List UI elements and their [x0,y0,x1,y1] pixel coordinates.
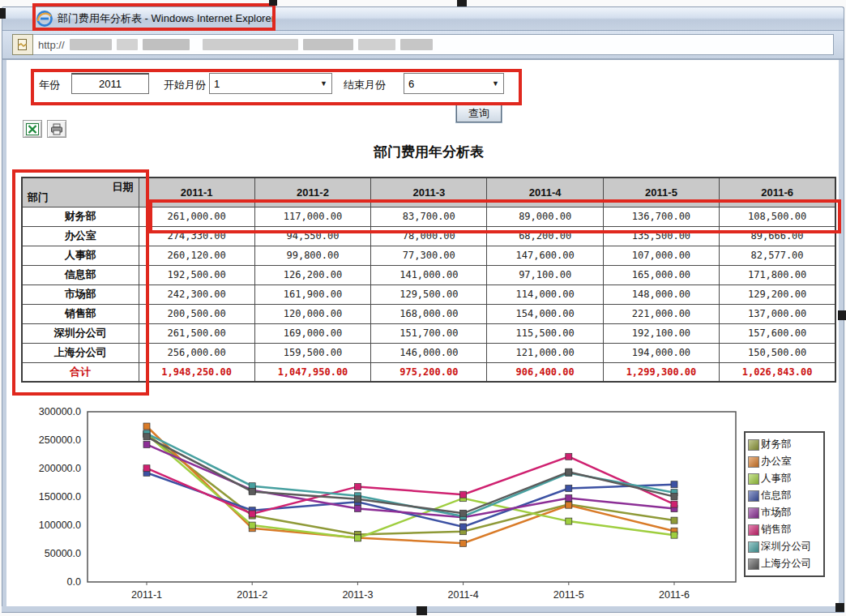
value-cell: 150,500.00 [720,343,835,362]
column-header: 2011-5 [603,178,719,207]
end-month-value: 6 [408,78,414,90]
chevron-down-icon: ▼ [492,79,499,88]
value-cell: 192,100.00 [603,323,719,343]
value-cell: 107,000.00 [603,246,719,265]
row-label: 办公室 [22,226,139,246]
value-cell: 97,100.00 [487,265,603,284]
legend-label: 人事部 [761,472,792,486]
value-cell: 82,577.00 [720,246,835,265]
value-cell: 192,500.00 [139,265,254,284]
legend-swatch-icon [748,524,759,536]
legend-item: 人事部 [748,470,821,487]
value-cell: 260,120.00 [139,246,254,265]
scan-artifact [269,0,277,6]
value-cell: 151,700.00 [371,323,487,343]
redacted-url-block [117,39,138,50]
value-cell: 1,948,250.00 [139,362,254,382]
redacted-url-block [358,39,395,50]
value-cell: 261,000.00 [139,207,254,226]
svg-text:0.0: 0.0 [67,576,81,588]
column-header: 2011-2 [254,178,370,207]
page-icon [12,34,33,55]
row-label: 深圳分公司 [22,323,139,343]
start-month-select[interactable]: 1 ▼ [209,73,332,94]
legend-swatch-icon [748,558,759,570]
value-cell: 77,300.00 [371,246,487,265]
row-label: 信息部 [22,265,139,284]
value-cell: 161,900.00 [254,284,370,304]
column-header: 2011-3 [371,178,487,207]
value-cell: 159,500.00 [254,343,370,362]
legend-item: 上海分公司 [748,555,821,572]
value-cell: 108,500.00 [720,207,835,226]
browser-window: 部门费用年分析表 - Windows Internet Explorer htt… [0,0,846,616]
legend-swatch-icon [748,456,759,468]
value-cell: 906,400.00 [487,362,603,382]
table-row: 财务部261,000.00117,000.0083,700.0089,000.0… [22,207,835,226]
column-header: 2011-1 [139,178,254,207]
row-label: 财务部 [22,207,139,226]
value-cell: 274,330.00 [139,226,254,246]
value-cell: 256,000.00 [139,343,254,362]
value-cell: 148,000.00 [603,284,719,304]
end-month-label: 结束月份 [344,78,386,92]
legend-label: 信息部 [761,489,792,503]
redacted-url-block [143,39,190,50]
excel-export-icon[interactable] [23,120,42,138]
value-cell: 114,000.00 [487,284,603,304]
table-row: 人事部260,120.0099,800.0077,300.00147,600.0… [22,246,835,265]
legend-swatch-icon [748,439,759,451]
legend-item: 财务部 [748,436,821,453]
year-input[interactable] [71,73,149,94]
value-cell: 165,000.00 [603,265,719,284]
row-label: 合计 [22,362,139,382]
svg-text:100000.0: 100000.0 [39,520,81,531]
scan-artifact [457,0,467,6]
legend-item: 信息部 [748,487,821,504]
corner-label-date: 日期 [113,180,134,195]
query-button[interactable]: 查询 [456,105,502,122]
value-cell: 1,299,300.00 [603,362,719,382]
value-cell: 94,550.00 [254,226,370,246]
value-cell: 120,000.00 [254,304,370,323]
scan-artifact [835,603,844,612]
svg-text:150000.0: 150000.0 [39,491,81,503]
print-icon[interactable] [47,120,66,138]
value-cell: 194,000.00 [603,343,719,362]
svg-text:300000.0: 300000.0 [39,406,81,417]
url-text: http:// [38,39,65,51]
table-row: 市场部242,300.00161,900.00129,500.00114,000… [22,284,835,304]
table-row: 销售部200,500.00120,000.00168,000.00154,000… [22,304,835,323]
address-bar: http:// [2,31,844,60]
end-month-select[interactable]: 6 ▼ [404,73,504,94]
value-cell: 135,500.00 [603,226,719,246]
legend-swatch-icon [748,507,759,519]
svg-text:2011-6: 2011-6 [659,589,690,601]
legend-swatch-icon [748,541,759,553]
value-cell: 115,500.00 [487,323,603,343]
row-label: 人事部 [22,246,139,265]
url-input[interactable]: http:// [33,34,834,55]
table-row: 合计1,948,250.001,047,950.00975,200.00906,… [22,362,835,382]
redacted-url-block [303,39,353,50]
chart-legend: 财务部办公室人事部信息部市场部销售部深圳分公司上海分公司 [744,431,825,577]
legend-label: 上海分公司 [761,557,812,571]
svg-text:2011-4: 2011-4 [448,589,479,601]
start-month-label: 开始月份 [164,78,206,92]
value-cell: 171,800.00 [720,265,835,284]
legend-swatch-icon [748,490,759,502]
svg-text:2011-1: 2011-1 [131,589,162,601]
value-cell: 157,600.00 [720,323,835,343]
legend-item: 市场部 [748,504,821,521]
expense-table: 部门日期2011-12011-22011-32011-42011-52011-6… [21,177,836,383]
value-cell: 89,000.00 [487,207,603,226]
legend-item: 销售部 [748,521,821,538]
legend-label: 财务部 [761,438,792,451]
legend-swatch-icon [748,473,759,485]
value-cell: 68,200.00 [487,226,603,246]
legend-label: 市场部 [761,506,792,520]
value-cell: 78,000.00 [371,226,487,246]
table-row: 办公室274,330.0094,550.0078,000.0068,200.00… [22,226,835,246]
internet-explorer-icon [36,11,53,27]
value-cell: 136,700.00 [603,207,719,226]
